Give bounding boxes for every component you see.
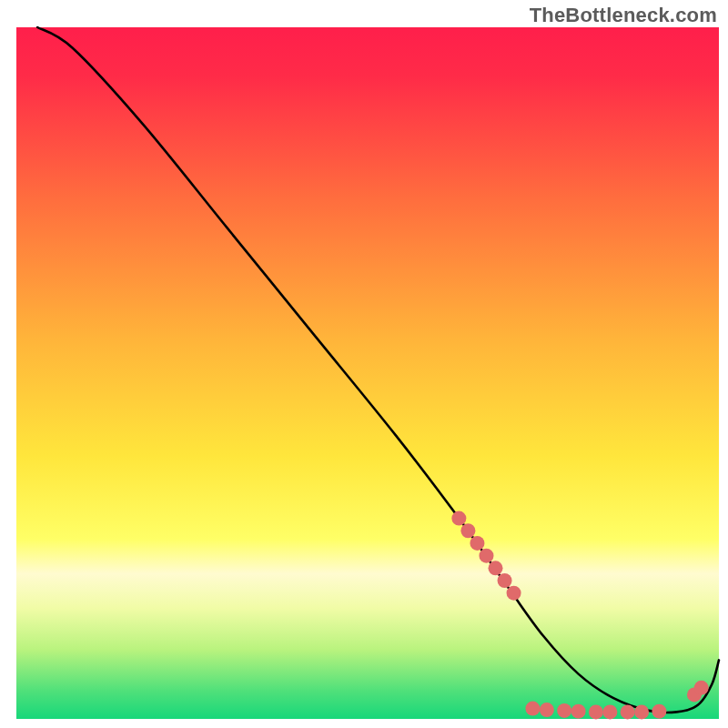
marker-dot bbox=[652, 704, 666, 719]
marker-dot bbox=[621, 704, 635, 719]
marker-dot bbox=[489, 561, 503, 575]
marker-dot bbox=[602, 704, 617, 719]
marker-dot bbox=[634, 704, 649, 719]
marker-dot bbox=[589, 704, 603, 719]
marker-dot bbox=[451, 511, 466, 526]
marker-dot bbox=[460, 523, 475, 538]
watermark: TheBottleneck.com bbox=[530, 4, 717, 27]
marker-dot bbox=[498, 573, 512, 588]
marker-dot bbox=[540, 703, 554, 717]
marker-dot bbox=[479, 549, 493, 563]
marker-dot bbox=[557, 703, 571, 718]
marker-dot bbox=[507, 586, 521, 601]
marker-dot bbox=[694, 681, 709, 695]
marker-dot bbox=[571, 704, 586, 719]
chart-background bbox=[16, 27, 719, 719]
chart-stage: TheBottleneck.com bbox=[0, 0, 728, 728]
marker-dot bbox=[525, 702, 540, 716]
chart-svg bbox=[0, 0, 728, 728]
marker-dot bbox=[470, 536, 484, 551]
